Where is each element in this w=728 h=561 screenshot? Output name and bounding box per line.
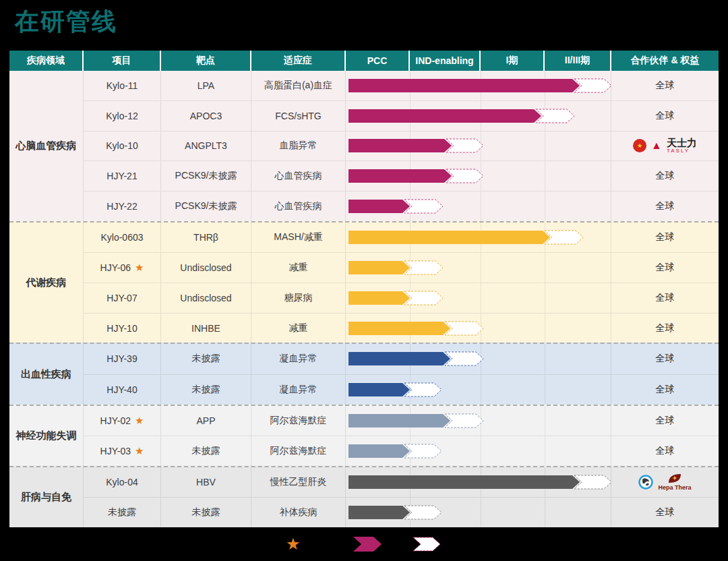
tasly-wordmark: 天士力TASLY — [667, 138, 697, 154]
target-cell: INHBE — [161, 314, 251, 343]
bar-dashed-segment — [574, 79, 611, 92]
bar-solid-segment — [348, 475, 580, 489]
partner-cell: 全球 — [611, 253, 719, 283]
target-cell: Undisclosed — [161, 253, 251, 283]
pipeline-bar — [346, 321, 614, 336]
bar-dashed-segment — [445, 322, 483, 335]
project-label: HJY-21 — [107, 171, 137, 181]
stage-track-cell — [346, 223, 611, 252]
bar-dashed-segment — [404, 444, 442, 458]
table-body: 心脑血管疾病Kylo-11LPA高脂蛋白(a)血症全球Kylo-12APOC3F… — [9, 71, 719, 527]
pipeline-bar — [346, 505, 614, 520]
disease-area-cell: 心脑血管疾病 — [9, 71, 84, 221]
pipeline-table: 疾病领域项目靶点适应症PCCIND-enablingI期II/III期合作伙伴 … — [9, 51, 719, 527]
disease-group: 神经功能失调HJY-02★APP阿尔兹海默症全球HJY-03★未披露阿尔兹海默症… — [9, 405, 719, 466]
indication-cell: MASH/减重 — [251, 223, 346, 252]
partner-label: 全球 — [656, 322, 675, 334]
partner-cell: 全球 — [611, 314, 719, 343]
partner-label: 全球 — [656, 110, 675, 122]
pipeline-bar — [346, 351, 614, 366]
bar-dashed-segment — [445, 414, 483, 427]
bar-solid-segment — [348, 261, 410, 274]
stage-track-cell — [346, 101, 611, 131]
table-row: Kylo-04HBV慢性乙型肝炎Hepa Thera — [84, 467, 719, 498]
project-cell: Kylo-0603 — [84, 223, 161, 252]
indication-cell: 血脂异常 — [251, 131, 346, 161]
project-label: HJY-02 — [100, 415, 131, 426]
bar-dashed-segment — [536, 109, 574, 123]
target-cell: 未披露 — [161, 344, 251, 374]
project-label: HJY-39 — [107, 353, 137, 364]
partner-cell: 全球 — [611, 406, 719, 436]
bar-solid-segment — [348, 200, 410, 213]
disease-area-cell: 代谢疾病 — [9, 223, 84, 343]
group-rows: Kylo-04HBV慢性乙型肝炎Hepa Thera未披露未披露补体疾病全球 — [84, 467, 719, 527]
table-row: Kylo-0603THRβMASH/减重全球 — [84, 223, 719, 253]
project-cell: HJY-10 — [84, 314, 161, 343]
indication-cell: 糖尿病 — [251, 283, 346, 313]
stage-track-cell — [346, 131, 611, 161]
partner-cell: 全球 — [611, 223, 719, 252]
table-row: Kylo-11LPA高脂蛋白(a)血症全球 — [84, 71, 719, 101]
stage-track-cell — [346, 436, 611, 466]
indication-cell: 补体疾病 — [251, 498, 346, 527]
globe-icon — [638, 475, 653, 490]
project-cell: Kylo-11 — [84, 71, 161, 100]
pipeline-slide: 在研管线 疾病领域项目靶点适应症PCCIND-enablingI期II/III期… — [0, 0, 728, 561]
bar-solid-segment — [348, 506, 410, 519]
pipeline-bar — [346, 109, 614, 123]
china-flag-icon: ★ — [633, 139, 646, 152]
target-cell: THRβ — [161, 223, 251, 252]
header-cell: II/III期 — [545, 51, 611, 71]
stage-track-cell — [346, 253, 611, 283]
header-cell: 疾病领域 — [9, 51, 84, 71]
partner-cell: 全球 — [611, 161, 719, 191]
partner-cell: 全球 — [611, 436, 719, 466]
table-row: HJY-03★未披露阿尔兹海默症全球 — [84, 436, 719, 466]
indication-cell: FCS/sHTG — [251, 101, 346, 131]
pipeline-bar — [346, 199, 614, 214]
stage-track-cell — [346, 406, 611, 436]
stage-track-cell — [346, 161, 611, 191]
bar-solid-segment — [348, 79, 580, 92]
project-label: HJY-22 — [107, 201, 137, 212]
partner-label: 全球 — [656, 80, 675, 92]
partner-cell: 全球 — [611, 283, 719, 313]
target-cell: PCSK9/未披露 — [161, 161, 251, 191]
partner-cell: ★▲天士力TASLY — [611, 131, 719, 161]
bar-dashed-segment — [404, 200, 443, 213]
project-cell: HJY-40 — [84, 375, 161, 405]
header-cell: 适应症 — [251, 51, 346, 71]
tasly-mark-icon: ▲ — [651, 140, 662, 151]
project-cell: HJY-02★ — [84, 406, 161, 436]
pipeline-bar — [346, 444, 614, 459]
project-cell: HJY-39 — [84, 344, 161, 374]
stage-track-cell — [346, 498, 611, 527]
table-row: HJY-21PCSK9/未披露心血管疾病全球 — [84, 161, 719, 191]
dashed-arrow-icon — [413, 537, 444, 552]
page-title: 在研管线 — [15, 5, 117, 38]
indication-cell: 阿尔兹海默症 — [251, 406, 346, 436]
tasly-name-cn: 天士力 — [667, 138, 697, 148]
indication-cell: 凝血异常 — [251, 344, 346, 374]
indication-cell: 慢性乙型肝炎 — [251, 467, 346, 497]
table-row: HJY-22PCSK9/未披露心血管疾病全球 — [84, 191, 719, 221]
project-cell: Kylo-12 — [84, 101, 161, 131]
partner-cell: 全球 — [611, 101, 719, 131]
pipeline-bar — [346, 413, 614, 428]
target-cell: ANGPLT3 — [161, 131, 251, 161]
group-rows: Kylo-0603THRβMASH/减重全球HJY-06★Undisclosed… — [84, 223, 719, 343]
pipeline-bar — [346, 382, 614, 397]
star-icon: ★ — [286, 536, 301, 552]
partner-label: 全球 — [656, 262, 675, 274]
tasly-logo: ★▲天士力TASLY — [633, 138, 697, 154]
partner-label: 全球 — [656, 506, 675, 519]
pipeline-bar — [346, 291, 614, 305]
bar-solid-segment — [348, 322, 450, 335]
partner-label: 全球 — [656, 292, 675, 304]
partner-cell: 全球 — [611, 498, 719, 527]
project-label: Kylo-12 — [106, 111, 138, 121]
project-label: HJY-40 — [107, 384, 137, 395]
table-row: HJY-07Undisclosed糖尿病全球 — [84, 283, 719, 314]
target-cell: 未披露 — [161, 498, 251, 527]
